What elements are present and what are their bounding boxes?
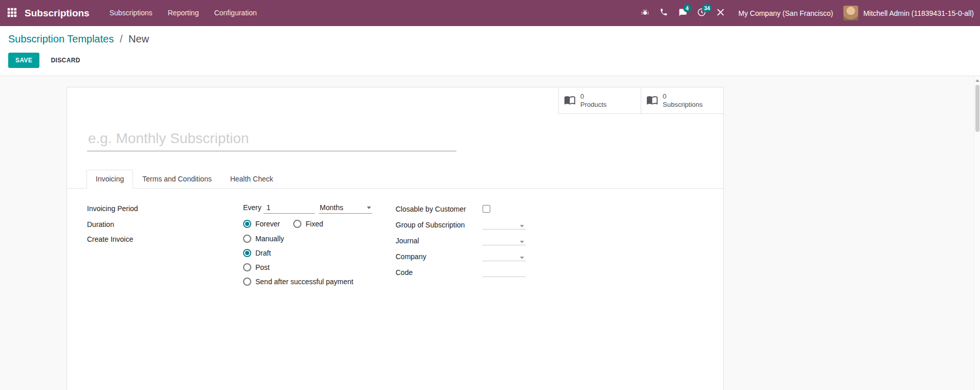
field-duration: Duration Forever Fixed <box>87 219 396 228</box>
create-invoice-radio-group: Manually Draft Post <box>243 234 353 286</box>
breadcrumb-current: New <box>128 33 149 44</box>
bug-icon <box>641 8 649 18</box>
code-control <box>483 267 526 277</box>
journal-dropdown[interactable] <box>483 236 526 245</box>
stat-text: 0 Products <box>580 93 606 109</box>
invoicing-period-value-input[interactable] <box>264 203 315 214</box>
scroll-up-icon[interactable] <box>975 79 979 82</box>
company-dropdown[interactable] <box>483 251 526 261</box>
developer-tools-icon <box>716 8 725 18</box>
scrollbar-thumb[interactable] <box>975 85 979 132</box>
activities-badge: 34 <box>702 4 712 12</box>
code-input[interactable] <box>483 267 526 277</box>
radio-label: Manually <box>255 235 284 243</box>
developer-tools-button[interactable] <box>711 0 730 26</box>
duration-label: Duration <box>87 219 243 228</box>
stat-button-subscriptions[interactable]: 0 Subscriptions <box>641 87 723 114</box>
company-label: Company <box>396 253 483 261</box>
field-create-invoice: Create Invoice Manually Draft <box>87 234 396 286</box>
book-icon <box>564 94 576 107</box>
top-navbar: Subscriptions Subscriptions Reporting Co… <box>0 0 980 26</box>
form-column-right: Closable by Customer Group of Subscripti… <box>396 203 723 291</box>
dropdown-caret-icon <box>520 225 524 227</box>
menu-item-subscriptions[interactable]: Subscriptions <box>102 0 160 26</box>
radio-circle-icon <box>243 249 251 257</box>
messages-badge: 4 <box>683 4 691 12</box>
field-invoicing-period: Invoicing Period Every Months <box>87 203 396 214</box>
discard-button[interactable]: DISCARD <box>43 53 87 68</box>
book-icon <box>646 94 658 107</box>
group-dropdown[interactable] <box>483 220 526 230</box>
systray: 4 34 My Company (San Francisco) <box>636 0 974 26</box>
activities-button[interactable]: 34 <box>692 0 711 26</box>
radio-draft[interactable]: Draft <box>243 249 353 257</box>
field-group-of-subscription: Group of Subscription <box>396 219 723 230</box>
radio-circle-icon <box>243 220 251 228</box>
tab-terms-and-conditions[interactable]: Terms and Conditions <box>133 170 221 189</box>
stat-products-label: Products <box>580 101 606 109</box>
breadcrumb: Subscription Templates / New <box>8 33 972 45</box>
stat-text: 0 Subscriptions <box>663 93 703 109</box>
breadcrumb-separator: / <box>120 33 123 44</box>
save-button[interactable]: SAVE <box>8 53 39 68</box>
radio-label: Fixed <box>306 220 323 228</box>
action-buttons: SAVE DISCARD <box>8 53 972 68</box>
breadcrumb-parent[interactable]: Subscription Templates <box>8 33 114 44</box>
radio-post[interactable]: Post <box>243 263 353 271</box>
radio-fixed[interactable]: Fixed <box>293 220 323 228</box>
create-invoice-label: Create Invoice <box>87 234 243 243</box>
apps-menu-button[interactable] <box>0 0 24 26</box>
duration-radio-group: Forever Fixed <box>243 219 323 228</box>
form-sheet: 0 Products 0 Subscriptions <box>67 87 724 390</box>
user-menu[interactable]: Mitchell Admin (11839431-15-0-all) <box>863 9 974 17</box>
radio-forever[interactable]: Forever <box>243 220 280 228</box>
main-menu: Subscriptions Reporting Configuration <box>102 0 265 26</box>
invoicing-period-label: Invoicing Period <box>87 203 243 213</box>
closable-checkbox[interactable] <box>483 205 490 213</box>
menu-item-configuration[interactable]: Configuration <box>206 0 264 26</box>
every-prefix: Every <box>243 203 262 212</box>
dropdown-caret-icon <box>367 207 371 209</box>
apps-grid-icon <box>7 8 17 19</box>
company-switcher[interactable]: My Company (San Francisco) <box>738 9 833 17</box>
radio-send-after-successful-payment[interactable]: Send after successful payment <box>243 278 353 286</box>
scrollbar[interactable] <box>974 76 980 390</box>
invoicing-period-unit-select[interactable]: Months <box>319 203 372 214</box>
invoicing-tab-content: Invoicing Period Every Months Duration <box>67 189 723 307</box>
form-column-left: Invoicing Period Every Months Duration <box>87 203 396 291</box>
app-title: Subscriptions <box>25 8 90 19</box>
radio-label: Send after successful payment <box>255 278 353 286</box>
radio-label: Forever <box>255 220 280 228</box>
journal-control <box>483 236 526 245</box>
radio-circle-icon <box>243 263 251 271</box>
radio-manually[interactable]: Manually <box>243 235 353 243</box>
dropdown-caret-icon <box>520 257 524 259</box>
page: Subscriptions Subscriptions Reporting Co… <box>0 0 980 390</box>
bug-report-button[interactable] <box>636 0 655 26</box>
tab-invoicing[interactable]: Invoicing <box>86 170 133 189</box>
journal-label: Journal <box>396 237 483 245</box>
radio-circle-icon <box>293 220 301 228</box>
radio-label: Post <box>255 263 270 271</box>
avatar[interactable] <box>843 6 858 20</box>
radio-circle-icon <box>243 235 251 243</box>
tab-health-check[interactable]: Health Check <box>221 170 282 189</box>
messages-button[interactable]: 4 <box>673 0 692 26</box>
field-journal: Journal <box>396 235 723 246</box>
template-name-input[interactable] <box>87 130 456 151</box>
stat-button-row: 0 Products 0 Subscriptions <box>67 87 723 114</box>
dropdown-caret-icon <box>520 241 524 243</box>
group-control <box>483 220 526 230</box>
field-code: Code <box>396 267 723 278</box>
radio-circle-icon <box>243 278 251 286</box>
field-closable-by-customer: Closable by Customer <box>396 203 723 214</box>
voip-button[interactable] <box>655 0 673 26</box>
company-control <box>483 251 526 261</box>
stat-button-products[interactable]: 0 Products <box>558 87 641 114</box>
code-label: Code <box>396 268 483 277</box>
field-company: Company <box>396 251 723 262</box>
stat-subscriptions-label: Subscriptions <box>663 101 703 109</box>
phone-icon <box>660 8 668 18</box>
menu-item-reporting[interactable]: Reporting <box>160 0 207 26</box>
closable-label: Closable by Customer <box>396 205 483 213</box>
